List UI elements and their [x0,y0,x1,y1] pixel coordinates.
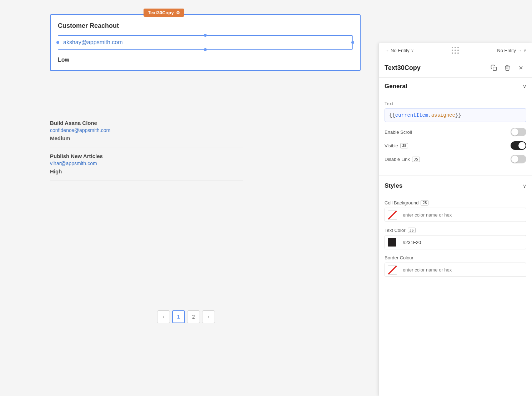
enable-scroll-row: Enable Scroll [385,128,526,136]
entity-left[interactable]: → No Entity ∨ [385,48,414,53]
delete-button[interactable] [502,62,513,73]
styles-panel-body: Cell Background JS Text Color JS [379,194,532,288]
text-color-label: Text Color JS [385,228,526,233]
svg-rect-0 [493,67,497,71]
text-field-label: Text [385,101,526,106]
page-1-button[interactable]: 1 [172,310,185,323]
text-label-text: Text [385,101,393,106]
handle-left[interactable] [56,41,59,44]
visible-js-badge[interactable]: JS [400,143,408,148]
visible-toggle[interactable] [511,141,526,150]
disable-link-label: Disable Link JS [385,157,420,162]
text-color-text-input[interactable] [399,237,526,248]
color-preview [388,238,396,247]
widget-container: Text30Copy ⚙ Customer Reachout akshay@ap… [50,14,361,71]
row-title: Publish New Articles [50,153,243,159]
entity-right-label: No Entity [497,48,516,53]
entity-left-chevron: ∨ [411,48,414,53]
enable-scroll-label: Enable Scroll [385,130,412,135]
general-panel-body: Text {{currentItem.assignee}} Enable Scr… [379,95,532,174]
entity-right[interactable]: No Entity → ∨ [497,48,526,53]
row-priority: High [50,168,243,174]
pagination: ‹ 1 2 › [157,310,215,323]
text-input-display: akshay@appsmith.com [58,35,353,50]
cell-bg-color-input[interactable] [385,208,526,222]
border-color-label: Border Colour [385,255,526,260]
table-section: Build Asana Clone confidence@appsmith.co… [50,114,243,181]
visible-label: Visible JS [385,143,408,148]
general-section: General ∨ Text {{currentItem.assignee}} … [379,78,532,174]
handle-bottom[interactable] [204,48,207,51]
entity-right-arrow: → [517,48,522,53]
email-display: akshay@appsmith.com [63,39,123,45]
disable-link-toggle[interactable] [511,155,526,163]
no-color-icon [388,265,396,274]
row-email: vihar@appsmith.com [50,161,243,166]
entity-bar: → No Entity ∨ No Entity → ∨ [379,43,532,58]
border-color-field-group: Border Colour [385,255,526,277]
text-color-field-group: Text Color JS [385,228,526,249]
entity-left-label: No Entity [391,48,410,53]
table-row: Publish New Articles vihar@appsmith.com … [50,147,243,181]
entity-dots-grid [417,47,495,54]
widget-badge[interactable]: Text30Copy ⚙ [144,9,184,17]
border-color-input-row[interactable] [385,263,526,277]
copy-button[interactable] [488,62,499,73]
cell-bg-field-group: Cell Background JS [385,200,526,222]
entity-right-chevron: ∨ [523,48,526,53]
next-page-button[interactable]: › [202,310,215,323]
disable-link-row: Disable Link JS [385,155,526,163]
text-color-js-badge[interactable]: JS [408,228,416,233]
widget-badge-label: Text30Copy [148,10,174,15]
table-row: Build Asana Clone confidence@appsmith.co… [50,114,243,147]
disable-link-js-badge[interactable]: JS [412,157,420,162]
text-color-swatch[interactable] [385,235,399,249]
text-code-input[interactable]: {{currentItem.assignee}} [385,108,526,122]
right-panel: → No Entity ∨ No Entity → ∨ Text30Copy [378,43,532,396]
general-chevron-icon: ∨ [523,83,526,89]
border-color-text-input[interactable] [399,264,526,275]
cell-bg-text-input[interactable] [399,209,526,220]
entity-left-arrow: → [385,48,389,53]
styles-section-title: Styles [385,182,402,189]
section-divider [379,176,532,176]
close-button[interactable] [516,62,526,73]
general-section-header[interactable]: General ∨ [379,78,532,95]
general-section-title: General [385,83,407,90]
badge-gear-icon: ⚙ [176,10,180,15]
prev-page-button[interactable]: ‹ [157,310,170,323]
border-color-swatch[interactable] [385,263,399,276]
widget-panel-name: Text30Copy [385,64,486,72]
widget-title: Customer Reachout [58,22,353,30]
row-title: Build Asana Clone [50,120,243,126]
styles-section-header[interactable]: Styles ∨ [379,177,532,194]
handle-right[interactable] [351,41,354,44]
styles-chevron-icon: ∨ [523,183,526,189]
page-2-button[interactable]: 2 [187,310,200,323]
cell-bg-js-badge[interactable]: JS [421,200,428,205]
text-color-input-row[interactable] [385,235,526,249]
cell-bg-label: Cell Background JS [385,200,526,205]
row-email: confidence@appsmith.com [50,127,243,133]
widget-title-bar: Text30Copy [379,58,532,78]
cell-bg-swatch[interactable] [385,208,399,222]
canvas: Text30Copy ⚙ Customer Reachout akshay@ap… [0,0,532,396]
priority-label: Low [58,57,353,63]
no-color-icon [388,210,396,219]
visible-row: Visible JS [385,141,526,150]
handle-top[interactable] [204,34,207,37]
enable-scroll-toggle[interactable] [511,128,526,136]
styles-section: Styles ∨ Cell Background JS [379,177,532,288]
row-priority: Medium [50,135,243,141]
text-field-group: Text {{currentItem.assignee}} [385,101,526,122]
